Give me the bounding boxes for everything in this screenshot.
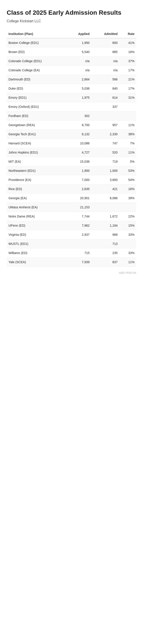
- cell-rate: 7%: [119, 138, 136, 148]
- watermark: 结国小学院CAA: [7, 271, 136, 274]
- cell-rate: 39%: [119, 194, 136, 202]
- cell-admitted: [91, 111, 119, 120]
- cell-admitted: 840: [91, 84, 119, 93]
- cell-rate: [119, 239, 136, 248]
- table-row: Duke (ED)5,03684017%: [7, 84, 136, 93]
- cell-admitted: 885: [91, 47, 119, 56]
- table-row: Fordham (ED)302: [7, 111, 136, 120]
- cell-rate: 22%: [119, 212, 136, 221]
- cell-applied: [67, 102, 91, 111]
- cell-rate: [119, 111, 136, 120]
- cell-admitted: n/a: [91, 56, 119, 66]
- cell-applied: 21,153: [67, 202, 91, 212]
- cell-rate: [119, 202, 136, 212]
- cell-institution: Yale (SCEA): [7, 258, 67, 266]
- cell-admitted: n/a: [91, 66, 119, 75]
- cell-institution: UPenn (ED): [7, 221, 67, 230]
- cell-institution: Colorado College (EA): [7, 66, 67, 75]
- cell-applied: n/a: [67, 66, 91, 75]
- cell-applied: 7,744: [67, 212, 91, 221]
- cell-rate: 11%: [119, 120, 136, 130]
- cell-rate: 11%: [119, 148, 136, 157]
- table-row: Virginia (ED)2,93796833%: [7, 230, 136, 239]
- table-row: Emory (Oxford) (ED1)337: [7, 102, 136, 111]
- cell-admitted: 968: [91, 230, 119, 239]
- cell-applied: 1,975: [67, 93, 91, 102]
- table-row: WUSTL (ED1)713: [7, 239, 136, 248]
- cell-admitted: 337: [91, 102, 119, 111]
- cell-applied: 5,540: [67, 47, 91, 56]
- cell-admitted: 235: [91, 248, 119, 258]
- cell-applied: n/a: [67, 56, 91, 66]
- table-row: Providence (EA)7,0003,80054%: [7, 175, 136, 184]
- cell-institution: Colorado College (ED1): [7, 56, 67, 66]
- table-row: UPenn (ED)7,9621,19415%: [7, 221, 136, 230]
- table-row: Boston College (ED1)1,95080041%: [7, 38, 136, 48]
- cell-applied: 10,086: [67, 138, 91, 148]
- cell-rate: 16%: [119, 184, 136, 194]
- cell-institution: Virginia (ED): [7, 230, 67, 239]
- cell-institution: Fordham (ED): [7, 111, 67, 120]
- table-row: Colorado College (ED1)n/an/a37%: [7, 56, 136, 66]
- cell-rate: 16%: [119, 47, 136, 56]
- cell-applied: 5,036: [67, 84, 91, 93]
- cell-institution: UMass Amherst (EA): [7, 202, 67, 212]
- cell-institution: WUSTL (ED1): [7, 239, 67, 248]
- cell-admitted: 1,000: [91, 166, 119, 175]
- cell-institution: Notre Dame (REA): [7, 212, 67, 221]
- cell-applied: [67, 239, 91, 248]
- cell-rate: 17%: [119, 84, 136, 93]
- cell-rate: 31%: [119, 93, 136, 102]
- cell-rate: 33%: [119, 230, 136, 239]
- table-row: Colorado College (EA)n/an/a17%: [7, 66, 136, 75]
- cell-applied: 1,950: [67, 38, 91, 48]
- table-row: Georgetown (REA)8,70095711%: [7, 120, 136, 130]
- table-row: Notre Dame (REA)7,7441,67222%: [7, 212, 136, 221]
- table-row: Northeastern (ED1)1,9001,00053%: [7, 166, 136, 175]
- cell-admitted: 3,800: [91, 175, 119, 184]
- cell-rate: 15%: [119, 221, 136, 230]
- cell-rate: 41%: [119, 38, 136, 48]
- cell-admitted: 8,086: [91, 194, 119, 202]
- cell-rate: 53%: [119, 166, 136, 175]
- cell-institution: Rice (ED): [7, 184, 67, 194]
- cell-applied: 6,132: [67, 130, 91, 138]
- header-institution: Institution (Plan): [7, 30, 67, 38]
- cell-admitted: 2,330: [91, 130, 119, 138]
- subtitle: College Kickstart LLC: [7, 19, 136, 23]
- cell-institution: Emory (Oxford) (ED1): [7, 102, 67, 111]
- cell-admitted: 1,672: [91, 212, 119, 221]
- cell-institution: MIT (EA): [7, 157, 67, 166]
- table-row: Emory (ED1)1,97561431%: [7, 93, 136, 102]
- cell-institution: Brown (ED): [7, 47, 67, 56]
- cell-rate: 11%: [119, 258, 136, 266]
- admissions-table: Institution (Plan) Applied Admitted Rate…: [7, 30, 136, 267]
- cell-rate: 37%: [119, 56, 136, 66]
- cell-institution: Northeastern (ED1): [7, 166, 67, 175]
- cell-admitted: 520: [91, 148, 119, 157]
- cell-institution: Boston College (ED1): [7, 38, 67, 48]
- cell-applied: 715: [67, 248, 91, 258]
- cell-admitted: 800: [91, 38, 119, 48]
- table-row: Brown (ED)5,54088516%: [7, 47, 136, 56]
- cell-admitted: 747: [91, 138, 119, 148]
- table-row: Georgia (EA)20,9018,08639%: [7, 194, 136, 202]
- cell-admitted: [91, 202, 119, 212]
- table-row: UMass Amherst (EA)21,153: [7, 202, 136, 212]
- cell-admitted: 719: [91, 157, 119, 166]
- cell-applied: 20,901: [67, 194, 91, 202]
- cell-institution: Georgetown (REA): [7, 120, 67, 130]
- page-container: Class of 2025 Early Admission Results Co…: [0, 0, 143, 288]
- page-title: Class of 2025 Early Admission Results: [7, 9, 136, 16]
- cell-applied: 1,900: [67, 166, 91, 175]
- cell-applied: 7,939: [67, 258, 91, 266]
- cell-rate: 54%: [119, 175, 136, 184]
- cell-applied: 15,036: [67, 157, 91, 166]
- cell-rate: 17%: [119, 66, 136, 75]
- table-row: Rice (ED)2,63542116%: [7, 184, 136, 194]
- cell-applied: 7,000: [67, 175, 91, 184]
- cell-admitted: 421: [91, 184, 119, 194]
- cell-applied: 8,700: [67, 120, 91, 130]
- cell-admitted: 614: [91, 93, 119, 102]
- cell-institution: Georgia (EA): [7, 194, 67, 202]
